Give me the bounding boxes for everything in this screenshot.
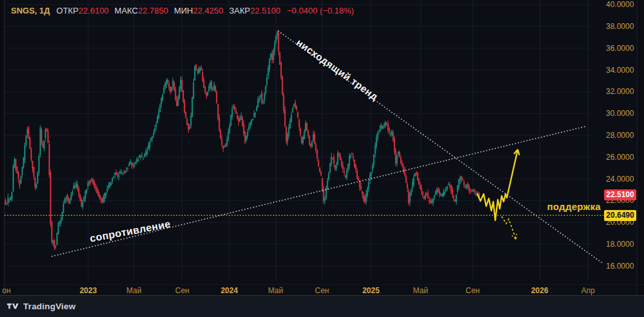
price-tick-label: 38.0000 <box>606 21 634 32</box>
time-tick-label: 2023 <box>80 286 97 295</box>
time-tick-label: Сен <box>466 286 480 295</box>
tradingview-chart-window: SNGS, 1Д ОТКР22.6100МАКС22.7850МИН22.425… <box>0 0 644 317</box>
tradingview-logo-icon <box>7 302 19 311</box>
time-tick-label: Сен <box>175 286 189 295</box>
price-tick-label: 26.0000 <box>606 152 634 162</box>
ohlc-field-value: 22.7850 <box>138 6 168 15</box>
time-tick-label: 2026 <box>531 286 549 295</box>
symbol-label[interactable]: SNGS, 1Д <box>11 6 50 15</box>
ohlc-field-value: 22.5100 <box>251 6 281 15</box>
price-tick-label: 28.0000 <box>606 130 634 140</box>
ohlc-field-label: ЗАКР <box>229 6 251 15</box>
ohlc-field: МИН22.4250 <box>174 6 223 15</box>
time-tick-label: Сен <box>315 286 329 295</box>
last-price-badge: 22.5100 <box>604 189 636 200</box>
time-tick-label: Май <box>268 286 283 295</box>
candlestick-chart-canvas[interactable] <box>0 0 644 317</box>
price-tick-label: 40.0000 <box>606 0 634 10</box>
projection-down-arrowhead <box>512 234 516 239</box>
ohlc-field-label: МАКС <box>115 6 138 15</box>
price-tick-label: 16.0000 <box>606 261 634 271</box>
time-tick-label: Май <box>126 286 142 295</box>
price-tick-label: 18.0000 <box>606 239 634 249</box>
price-axis[interactable]: 22.5100 20.6490 40.000038.000036.000034.… <box>591 0 644 284</box>
ohlc-fields: ОТКР22.6100МАКС22.7850МИН22.4250ЗАКР22.5… <box>57 6 281 15</box>
bottom-toolbar: TradingView <box>0 295 644 317</box>
time-tick-label: 2024 <box>221 286 238 295</box>
time-tick-label: 2025 <box>363 286 380 295</box>
price-tick-label: 36.0000 <box>606 43 634 53</box>
ohlc-field: ОТКР22.6100 <box>57 6 109 15</box>
ohlc-field-label: ОТКР <box>57 6 79 15</box>
price-tick-label: 24.0000 <box>606 174 634 184</box>
ohlc-field-value: 22.4250 <box>193 6 223 15</box>
time-axis[interactable]: он2023МайСен2024МайСен2025МайСен2026Апр <box>0 284 644 295</box>
tradingview-logo[interactable]: TradingView <box>7 302 75 311</box>
price-tick-label: 30.0000 <box>606 108 634 119</box>
price-tick-label: 34.0000 <box>606 65 634 75</box>
time-tick-label: Май <box>413 286 428 295</box>
tradingview-logo-text: TradingView <box>23 302 75 311</box>
left-pane-border <box>0 0 5 295</box>
ohlc-field-label: МИН <box>174 6 193 15</box>
candlestick-series <box>5 30 480 250</box>
change-label: −0.0400 (−0.18%) <box>287 6 354 15</box>
time-tick-label: он <box>2 286 10 295</box>
time-tick-label: Апр <box>581 286 594 295</box>
price-tick-label: 32.0000 <box>606 86 634 97</box>
support-annotation-label[interactable]: поддержка <box>496 201 601 212</box>
ohlc-field-value: 22.6100 <box>79 6 109 15</box>
ohlc-header: SNGS, 1Д ОТКР22.6100МАКС22.7850МИН22.425… <box>11 6 354 15</box>
support-price-badge: 20.6490 <box>604 210 636 221</box>
projection-down-arrow[interactable] <box>502 216 516 239</box>
ohlc-field: ЗАКР22.5100 <box>229 6 281 15</box>
ohlc-field: МАКС22.7850 <box>115 6 168 15</box>
